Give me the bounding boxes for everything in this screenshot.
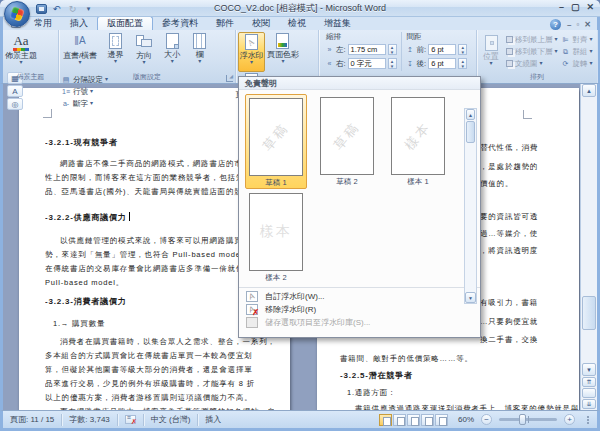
dialog-launcher-icon[interactable]: [226, 75, 233, 82]
draft-view-icon[interactable]: [435, 414, 448, 426]
gallery-scrollbar[interactable]: ▲ ▼: [464, 108, 477, 304]
size-icon: [166, 33, 179, 49]
print-layout-view-icon[interactable]: [379, 414, 392, 426]
hyphenation-button[interactable]: a-斷字▾: [61, 98, 108, 109]
proofing-status-icon[interactable]: [125, 415, 136, 424]
vertical-scrollbar[interactable]: ▲ ▼ ⇈ ⇊: [580, 84, 597, 410]
doc-line: 1.通路方面：: [347, 386, 396, 400]
close-button[interactable]: ✕: [586, 2, 594, 12]
line-numbers-icon: 1≡: [61, 87, 71, 96]
tab-addins[interactable]: 增益集: [315, 17, 360, 30]
ribbon-tab-bar: 常用 插入 版面配置 參考資料 郵件 校閱 檢視 增益集 ? – ▫ ✕: [0, 17, 600, 30]
tab-page-layout[interactable]: 版面配置: [97, 16, 153, 30]
outline-view-icon[interactable]: [421, 414, 434, 426]
scroll-down-icon[interactable]: ▼: [582, 363, 596, 376]
tab-insert[interactable]: 插入: [61, 17, 97, 30]
word-count[interactable]: 字數: 3,743: [62, 414, 116, 425]
gallery-scrollbar-thumb[interactable]: [466, 121, 475, 143]
theme-effects-icon[interactable]: ◎: [7, 98, 23, 110]
gallery-scroll-down-icon[interactable]: ▼: [465, 292, 476, 303]
fullscreen-view-icon[interactable]: [393, 414, 406, 426]
watermark-option-sample1[interactable]: 樣本 樣本 1: [387, 94, 449, 189]
previous-page-icon[interactable]: ⇈: [582, 377, 596, 387]
group-button[interactable]: ⧉群組▾: [561, 46, 593, 57]
doc-line: ，是處於趨勢的: [480, 160, 538, 174]
indent-right-spinner[interactable]: ▴▾: [388, 58, 397, 69]
orientation-button[interactable]: 方向▾: [132, 32, 156, 72]
maximize-button[interactable]: ▢: [571, 2, 580, 12]
remove-watermark-menu-item[interactable]: A✗ 移除浮水印(R): [239, 303, 480, 316]
spacing-after-spinner[interactable]: ▴▾: [458, 58, 467, 69]
view-shortcuts: [379, 414, 448, 426]
qat-dropdown-icon[interactable]: [82, 3, 95, 15]
bring-to-front-button[interactable]: 移到最上層▾: [506, 34, 558, 45]
watermark-option-sample2[interactable]: 樣本 樣本 2: [245, 193, 307, 282]
indent-left-input[interactable]: 1.75 cm: [348, 44, 386, 55]
help-icon[interactable]: ?: [550, 19, 561, 30]
rotate-button[interactable]: ⟳旋轉▾: [561, 58, 593, 69]
columns-button[interactable]: 欄▾: [189, 32, 211, 72]
position-button[interactable]: 位置▾: [479, 34, 503, 74]
tab-view[interactable]: 檢視: [279, 17, 315, 30]
watermark-option-draft1[interactable]: 草稿 草稿 1: [245, 94, 307, 189]
line-numbers-button[interactable]: 1≡行號▾: [61, 86, 108, 97]
tab-mailings[interactable]: 郵件: [207, 17, 243, 30]
save-icon[interactable]: [36, 4, 47, 14]
web-layout-view-icon[interactable]: [407, 414, 420, 426]
text-direction-button[interactable]: ⫼A 直書/橫書▾: [61, 32, 99, 72]
tab-home[interactable]: 常用: [25, 17, 61, 30]
doc-minimize-button[interactable]: –: [567, 20, 571, 29]
custom-watermark-menu-item[interactable]: A 自訂浮水印(W)...: [239, 290, 480, 303]
doc-line: 以上的優惠方案，消費者游移置購則這項議價能力不高。: [45, 391, 274, 405]
page-indicator[interactable]: 頁面: 11 / 15: [3, 414, 61, 425]
remove-watermark-icon: A✗: [246, 304, 258, 315]
text-cursor: [129, 212, 130, 221]
watermark-thumbnail: 樣本: [391, 97, 445, 175]
tab-review[interactable]: 校閱: [243, 17, 279, 30]
spacing-before-spinner[interactable]: ▴▾: [458, 44, 467, 55]
page-color-button[interactable]: 頁面色彩▾: [269, 32, 296, 72]
scrollbar-thumb[interactable]: [582, 296, 596, 330]
watermark-icon: A: [245, 34, 258, 50]
watermark-thumbnail: 草稿: [320, 97, 374, 175]
send-to-back-icon: [506, 48, 513, 55]
align-button[interactable]: ⊫對齊▾: [561, 34, 593, 45]
indent-left-spinner[interactable]: ▴▾: [388, 44, 397, 55]
doc-line: 書籍間、敵對手的低價策略……等。: [340, 352, 473, 366]
zoom-in-icon[interactable]: +: [564, 414, 575, 425]
doc-close-button[interactable]: ✕: [584, 20, 591, 29]
zoom-slider-thumb[interactable]: [519, 414, 526, 425]
office-logo-icon: [9, 6, 24, 21]
doc-restore-button[interactable]: ▫: [576, 20, 579, 29]
spacing-after-input[interactable]: 6 pt: [428, 58, 456, 69]
minimize-button[interactable]: –: [559, 2, 564, 12]
themes-button[interactable]: Aa 佈景主題 ▾: [5, 32, 37, 72]
tab-references[interactable]: 參考資料: [153, 17, 207, 30]
repeat-icon[interactable]: [66, 3, 79, 15]
theme-fonts-icon[interactable]: A: [7, 85, 23, 97]
gallery-section-header: 免責聲明: [239, 77, 480, 90]
zoom-out-icon[interactable]: −: [481, 414, 492, 425]
gallery-scroll-up-icon[interactable]: ▲: [466, 109, 475, 120]
office-button[interactable]: [4, 1, 30, 27]
next-page-icon[interactable]: ⇊: [582, 399, 596, 409]
text-wrapping-button[interactable]: 文繞圖▾: [506, 58, 558, 69]
word-window: COCO_V2.doc [相容模式] - Microsoft Word – ▢ …: [0, 0, 600, 431]
rotate-icon: ⟳: [561, 59, 571, 68]
language-indicator[interactable]: 中文 (台灣): [144, 414, 198, 425]
undo-icon[interactable]: [50, 3, 63, 15]
watermark-option-draft2[interactable]: 草稿 草稿 2: [316, 94, 378, 189]
scroll-up-icon[interactable]: ▲: [582, 84, 596, 97]
indent-right-input[interactable]: 0 字元: [348, 58, 386, 69]
select-browse-object-icon[interactable]: [582, 388, 596, 398]
margins-button[interactable]: 邊界▾: [103, 32, 127, 72]
zoom-level[interactable]: 60%: [458, 415, 474, 424]
resize-grip[interactable]: [587, 416, 589, 424]
spacing-title: 間距: [407, 32, 468, 42]
send-to-back-button[interactable]: 移到最下層▾: [506, 46, 558, 57]
insert-mode-indicator[interactable]: 插入: [198, 414, 228, 425]
spacing-before-input[interactable]: 6 pt: [428, 44, 456, 55]
watermark-button[interactable]: A 浮水印▾: [238, 32, 265, 72]
size-button[interactable]: 大小▾: [160, 32, 184, 72]
zoom-slider[interactable]: [499, 418, 557, 421]
